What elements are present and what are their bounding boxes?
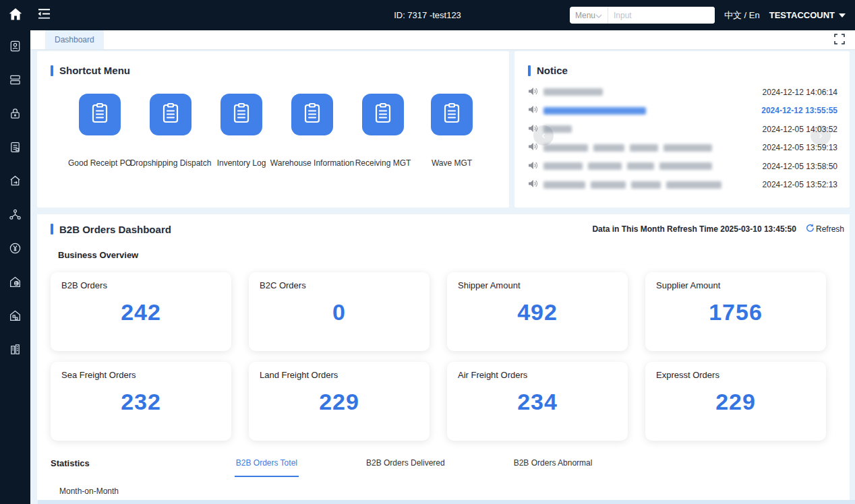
- card-b2c-orders: B2C Orders 0: [249, 272, 430, 351]
- fullscreen-button[interactable]: [834, 34, 845, 47]
- shortcut-tile-button[interactable]: [431, 94, 473, 135]
- card-label: B2B Orders: [61, 280, 220, 290]
- main-content: Dashboard Shortcut Menu Good Receipt PO: [30, 30, 855, 504]
- shortcut-tile-button[interactable]: [79, 94, 121, 135]
- clipboard-icon: [440, 101, 464, 128]
- search-category-select[interactable]: Menu: [570, 7, 608, 24]
- home-icon: [7, 6, 24, 25]
- statistics-tabs: B2B Orders Totel B2B Orders Delivered B2…: [236, 458, 593, 477]
- title-accent-bar: [51, 224, 53, 234]
- notice-row[interactable]: 2024-12-12 13:55:55: [528, 102, 837, 121]
- building-icon: [9, 343, 22, 358]
- title-accent-bar: [51, 65, 53, 76]
- redacted-text: [543, 181, 585, 189]
- clipboard-icon: [229, 101, 254, 128]
- redacted-text: [664, 144, 712, 152]
- shortcut-tile-button[interactable]: [150, 94, 191, 135]
- redacted-text: [631, 181, 661, 189]
- shortcut-menu-panel: Shortcut Menu Good Receipt PO Dropshippi…: [37, 51, 509, 208]
- document-icon: [9, 141, 22, 156]
- shortcut-label: Warehouse Information: [270, 158, 354, 168]
- card-label: Shipper Amount: [458, 280, 617, 290]
- card-land-freight-orders: Land Freight Orders 229: [249, 362, 430, 441]
- redacted-text: [630, 144, 658, 152]
- speaker-icon: [528, 104, 538, 117]
- shortcut-good-receipt-po: Good Receipt PO: [65, 94, 134, 168]
- overview-cards-grid: B2B Orders 242 B2C Orders 0 Shipper Amou…: [51, 272, 826, 441]
- home-logo-button[interactable]: [0, 0, 30, 30]
- redacted-text: [543, 107, 646, 115]
- sidebar-item-warehouse[interactable]: [0, 300, 30, 334]
- chevron-down-icon: [595, 11, 602, 20]
- shortcut-dropshipping-dispatch: Dropshipping Dispatch: [134, 94, 207, 168]
- refresh-icon: [806, 223, 815, 235]
- notice-row[interactable]: 2024-12-05 13:52:13: [528, 176, 837, 195]
- notice-time: 2024-12-05 13:59:13: [763, 143, 837, 152]
- sidebar-item-overseas-warehouse[interactable]: [0, 266, 30, 300]
- notice-row[interactable]: 2024-12-05 14:03:52: [528, 120, 837, 139]
- card-label: Sea Freight Orders: [61, 370, 220, 380]
- tab-b2b-orders-total[interactable]: B2B Orders Totel: [236, 458, 297, 477]
- sidebar-item-security[interactable]: [0, 98, 30, 131]
- card-express-orders: Expresst Orders 229: [645, 362, 826, 441]
- speaker-icon: [528, 160, 538, 172]
- redacted-text: [543, 162, 583, 170]
- home-globe-icon: [9, 276, 22, 291]
- card-shipper-amount: Shipper Amount 492: [447, 272, 628, 351]
- user-badge-icon: [9, 40, 22, 55]
- card-label: B2C Orders: [260, 280, 419, 290]
- notice-time: 2024-12-05 13:52:13: [763, 180, 837, 189]
- business-overview-title: Business Overview: [58, 250, 850, 260]
- shortcut-tile-button[interactable]: [220, 94, 262, 135]
- card-value: 492: [458, 299, 617, 325]
- shortcut-tile-button[interactable]: [362, 94, 404, 135]
- title-accent-bar: [528, 65, 531, 76]
- sidebar-collapse-button[interactable]: [37, 8, 51, 22]
- notice-time: 2024-12-12 13:55:55: [761, 106, 837, 115]
- shortcut-warehouse-information: Warehouse Information: [276, 94, 349, 168]
- clipboard-icon: [88, 101, 112, 128]
- speaker-icon: [528, 141, 538, 154]
- redacted-text: [666, 181, 721, 189]
- shortcut-tile-button[interactable]: [291, 94, 333, 135]
- notice-row[interactable]: 2024-12-05 13:58:50: [528, 157, 837, 176]
- card-label: Land Freight Orders: [260, 370, 419, 380]
- sidebar-item-building[interactable]: [0, 334, 30, 367]
- speaker-icon: [528, 179, 538, 191]
- redacted-text: [588, 162, 622, 170]
- topbar-search-box: Menu: [570, 7, 715, 24]
- notice-prev-button[interactable]: ‹: [533, 125, 554, 146]
- notice-time: 2024-12-05 13:58:50: [763, 162, 837, 171]
- tab-b2b-orders-abnormal[interactable]: B2B Orders Abnormal: [514, 458, 593, 477]
- redacted-text: [593, 144, 624, 152]
- sidebar-item-finance[interactable]: [0, 232, 30, 266]
- card-supplier-amount: Supplier Amount 1756: [645, 272, 826, 351]
- language-switch[interactable]: 中文 / En: [724, 9, 760, 22]
- notice-next-button[interactable]: ›: [810, 125, 831, 146]
- statistics-title: Statistics: [51, 458, 90, 468]
- refresh-label: Refresh: [816, 224, 844, 234]
- card-label: Expresst Orders: [656, 370, 815, 380]
- sidebar-item-outbound[interactable]: [0, 165, 30, 199]
- notice-panel: Notice 2024-12-12 14:06:14 2024-12-12 13…: [514, 51, 850, 208]
- search-input[interactable]: [608, 7, 715, 24]
- account-menu[interactable]: TESTACCOUNT: [769, 10, 846, 20]
- notice-time: 2024-12-12 14:06:14: [763, 88, 837, 97]
- notice-row[interactable]: 2024-12-05 13:59:13: [528, 139, 837, 158]
- card-value: 242: [61, 299, 220, 325]
- sidebar-item-user-badge[interactable]: [0, 30, 30, 64]
- shortcut-label: Dropshipping Dispatch: [130, 158, 212, 168]
- b2b-orders-dashboard-panel: B2B Orders Dashboard Data in This Month …: [37, 214, 850, 500]
- refresh-button[interactable]: Refresh: [806, 223, 844, 235]
- card-value: 229: [656, 389, 815, 415]
- redacted-text: [591, 181, 626, 189]
- sidebar-item-list[interactable]: [0, 64, 30, 98]
- network-nodes-icon: [9, 208, 22, 224]
- tab-dashboard[interactable]: Dashboard: [45, 30, 104, 49]
- tab-b2b-orders-delivered[interactable]: B2B Orders Delivered: [366, 458, 445, 477]
- account-name: TESTACCOUNT: [769, 10, 835, 20]
- notice-row[interactable]: 2024-12-12 14:06:14: [528, 83, 837, 102]
- sidebar-item-document[interactable]: [0, 131, 30, 165]
- card-b2b-orders: B2B Orders 242: [51, 272, 231, 351]
- sidebar-item-network[interactable]: [0, 199, 30, 232]
